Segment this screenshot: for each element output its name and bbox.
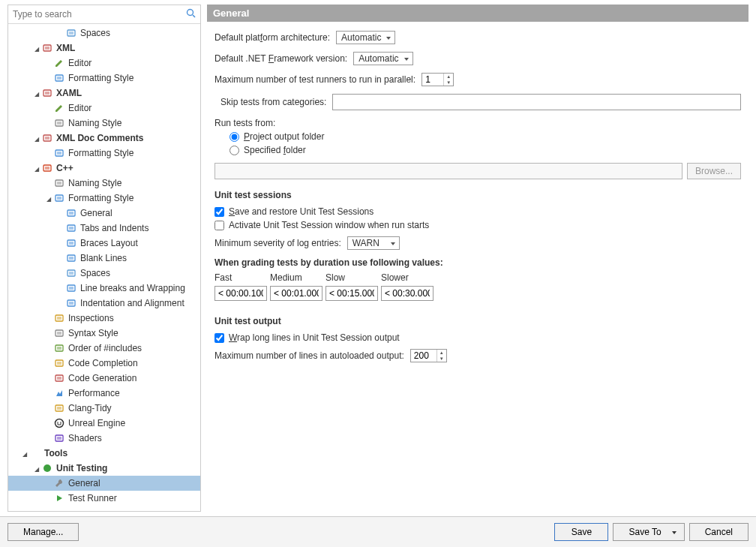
spinner-up[interactable]: ▲: [444, 74, 453, 80]
chk-wrap-lines[interactable]: [214, 333, 224, 343]
tree-node-xml[interactable]: XML: [8, 41, 200, 56]
tree-node-formatting-style[interactable]: Formatting Style: [8, 146, 200, 161]
tree-node-label: Naming Style: [68, 118, 122, 128]
tree-node-inspections[interactable]: Inspections: [8, 311, 200, 326]
tree-node-formatting-style[interactable]: Formatting Style: [8, 71, 200, 86]
tree-node-label: Code Completion: [68, 358, 138, 368]
tree-node-label: XML Doc Comments: [56, 133, 143, 143]
tree-node-braces-layout[interactable]: Braces Layout: [8, 236, 200, 251]
xml-icon: [41, 132, 53, 144]
unreal-icon: [53, 417, 65, 429]
radio-specified-folder[interactable]: [230, 146, 239, 155]
tree-node-general[interactable]: General: [8, 206, 200, 221]
tree-node-test-runner[interactable]: Test Runner: [8, 491, 200, 506]
tree-node-tools[interactable]: Tools: [8, 446, 200, 461]
tree-node-label: Order of #includes: [68, 343, 142, 353]
tree-node-xaml[interactable]: XAML: [8, 86, 200, 101]
tree-node-c-[interactable]: C++: [8, 161, 200, 176]
tree-node-label: Test Runner: [68, 493, 117, 503]
tree-node-blank-lines[interactable]: Blank Lines: [8, 251, 200, 266]
manage-button[interactable]: Manage...: [8, 523, 79, 541]
parallel-value[interactable]: [422, 74, 443, 86]
tree-node-formatting-style[interactable]: Formatting Style: [8, 191, 200, 206]
tree-node-naming-style[interactable]: Naming Style: [8, 176, 200, 191]
duration-input-fast[interactable]: [214, 286, 267, 301]
svg-rect-72: [56, 435, 63, 441]
spinner-up[interactable]: ▲: [437, 350, 446, 356]
save-button[interactable]: Save: [554, 523, 608, 541]
tree-node-xml-doc-comments[interactable]: XML Doc Comments: [8, 131, 200, 146]
tree-node-label: Unreal Engine: [68, 418, 125, 428]
tree-node-editor[interactable]: Editor: [8, 101, 200, 116]
svg-rect-65: [56, 375, 63, 381]
tree-node-tabs-and-indents[interactable]: Tabs and Indents: [8, 221, 200, 236]
editor-icon: [53, 57, 65, 69]
tree-node-general[interactable]: General: [8, 476, 200, 491]
spinner-down[interactable]: ▼: [437, 356, 446, 362]
tree-arrow-icon[interactable]: [44, 194, 53, 203]
duration-input-slow[interactable]: [326, 286, 378, 301]
maxlines-spinner[interactable]: ▲▼: [410, 349, 447, 362]
tree-node-clang-tidy[interactable]: Clang-Tidy: [8, 401, 200, 416]
tree-node-label: Spaces: [80, 268, 110, 278]
radio-project-output[interactable]: [230, 132, 239, 142]
tree-node-code-completion[interactable]: Code Completion: [8, 356, 200, 371]
tree-node-performance[interactable]: Performance: [8, 386, 200, 401]
framework-dropdown[interactable]: Automatic: [353, 52, 412, 65]
xml-icon: [41, 87, 53, 99]
cancel-button[interactable]: Cancel: [689, 523, 748, 541]
syntax-icon: [53, 327, 65, 339]
tree-node-label: Formatting Style: [68, 73, 134, 83]
tree-node-spaces[interactable]: Spaces: [8, 266, 200, 281]
duration-input-slower[interactable]: [381, 286, 434, 301]
tree-node-label: Performance: [68, 388, 120, 398]
svg-rect-23: [44, 165, 51, 171]
spinner-down[interactable]: ▼: [444, 80, 453, 86]
chk-save-restore[interactable]: [214, 207, 224, 217]
tree-arrow-icon[interactable]: [32, 44, 41, 53]
search-icon[interactable]: [185, 8, 197, 20]
clang-icon: [53, 402, 65, 414]
tree-node-unit-testing[interactable]: Unit Testing: [8, 461, 200, 476]
tree-arrow-icon[interactable]: [20, 449, 29, 458]
tree-arrow-icon[interactable]: [32, 164, 41, 173]
tree-arrow-icon[interactable]: [32, 464, 41, 473]
tree-arrow-icon[interactable]: [32, 134, 41, 143]
maxlines-value[interactable]: [411, 350, 436, 362]
chk-activate-window[interactable]: [214, 221, 224, 230]
tree-node-label: XML: [56, 43, 75, 53]
search-input[interactable]: [8, 5, 200, 23]
tree-node-order-of-includes[interactable]: Order of #includes: [8, 341, 200, 356]
duration-header: Slower: [381, 272, 434, 283]
save-to-button[interactable]: Save To: [613, 523, 684, 541]
tree-node-label: Editor: [68, 103, 92, 113]
unit-icon: [41, 462, 53, 474]
footer: Manage... Save Save To Cancel: [0, 516, 756, 547]
parallel-spinner[interactable]: ▲▼: [422, 73, 454, 86]
xml-icon: [41, 42, 53, 54]
tree-node-syntax-style[interactable]: Syntax Style: [8, 326, 200, 341]
tree-node-shaders[interactable]: Shaders: [8, 431, 200, 446]
duration-table: FastMediumSlowSlower: [214, 272, 741, 301]
duration-input-medium[interactable]: [270, 286, 322, 301]
tree-node-unreal-engine[interactable]: Unreal Engine: [8, 416, 200, 431]
tree-node-label: General: [68, 478, 100, 488]
tree-arrow-icon[interactable]: [32, 89, 41, 98]
severity-dropdown[interactable]: WARN: [347, 236, 400, 250]
severity-label: Minimum severity of log entries:: [214, 238, 341, 248]
tree-node-naming-style[interactable]: Naming Style: [8, 116, 200, 131]
svg-rect-20: [56, 150, 63, 156]
tree-node-editor[interactable]: Editor: [8, 56, 200, 71]
tree-node-code-generation[interactable]: Code Generation: [8, 371, 200, 386]
tree-node-label: Blank Lines: [80, 253, 127, 263]
blank-icon: [65, 252, 77, 264]
tree-node-spaces[interactable]: Spaces: [8, 26, 200, 41]
tree-node-indentation-and-alignment[interactable]: Indentation and Alignment: [8, 296, 200, 311]
tabs-icon: [65, 222, 77, 234]
nav-tree[interactable]: SpacesXMLEditorFormatting StyleXAMLEdito…: [8, 24, 200, 511]
platform-dropdown[interactable]: Automatic: [336, 31, 395, 44]
tree-node-label: XAML: [56, 88, 82, 98]
skip-input[interactable]: [332, 94, 741, 110]
naming-icon: [53, 177, 65, 189]
tree-node-line-breaks-and-wrapping[interactable]: Line breaks and Wrapping: [8, 281, 200, 296]
